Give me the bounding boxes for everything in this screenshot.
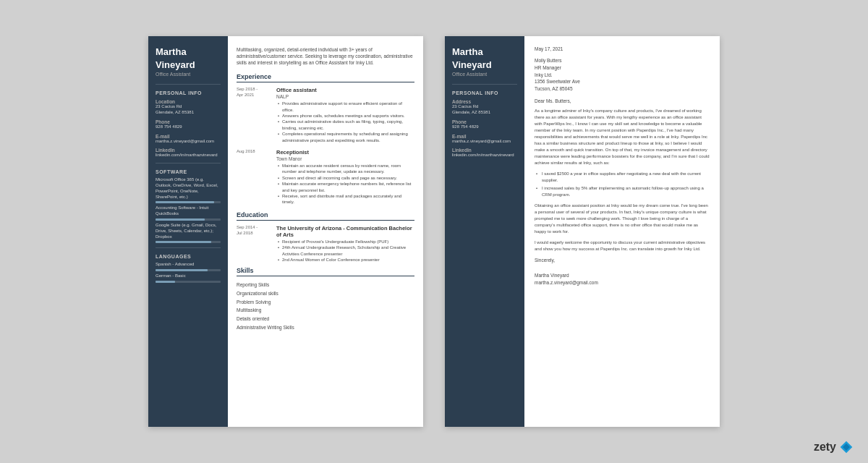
resume-location-value: 23 Cactus RdGlendale, AZ 85381 (156, 104, 221, 116)
job-company-2: Town Manor (276, 156, 414, 161)
job-bullet-1-3: Carries out administrative duties such a… (276, 119, 414, 131)
resume-phone-label: Phone (156, 119, 221, 124)
cover-name-line2: Vineyard (452, 59, 517, 71)
job-bullet-1-2: Answers phone calls, schedules meetings … (276, 113, 414, 119)
job-bullet-2-1: Maintain an accurate resident census by … (276, 163, 414, 175)
cover-date: May 17, 2021 (535, 46, 710, 51)
cover-address-value: 23 Cactus RdGlendale, AZ 85381 (452, 104, 517, 116)
cover-paragraph-2: Obtaining an office assistant position a… (535, 203, 710, 235)
skill-5: Details oriented (237, 315, 414, 323)
resume-location-label: Location (156, 99, 221, 104)
resume-email-label: E-mail (156, 134, 221, 139)
resume-software2: Accounting Software - Intuit QuickBooks (156, 205, 221, 217)
edu-date-1: Sep 2014 -Jul 2018 (237, 225, 276, 263)
job-details-2: Receptionist Town Manor Maintain an accu… (276, 149, 414, 205)
job-date-1: Sep 2018 -Apr 2021 (237, 87, 276, 143)
cover-name-line1: Martha (452, 46, 517, 58)
resume-lang2: German - Basic (156, 273, 221, 279)
job-bullet-2-2: Screen and direct all incoming calls and… (276, 175, 414, 181)
resume-skills-list: Reporting Skills Organizational skills P… (237, 281, 414, 331)
cover-address-label: Address (452, 99, 517, 104)
zety-logo: zety (814, 440, 854, 454)
cover-personal-info-title: Personal Info (452, 90, 517, 95)
cover-linkedin-label: LinkedIn (452, 148, 517, 153)
zety-label: zety (814, 441, 836, 454)
cover-phone-value: 928 754 4829 (452, 124, 517, 130)
skill-1: Reporting Skills (237, 281, 414, 289)
edu-details-1: The University of Arizona - Communicatio… (276, 225, 414, 263)
resume-education-title: Education (237, 211, 414, 221)
skill-4: Multitasking (237, 306, 414, 315)
resume-intro: Multitasking, organized, detail-oriented… (237, 46, 414, 66)
job-bullet-2-3: Maintain accurate emergency telephone nu… (276, 181, 414, 193)
skill-3: Problem Solving (237, 298, 414, 307)
resume-phone-value: 928 754 4829 (156, 124, 221, 130)
resume-linkedin-label: LinkedIn (156, 148, 221, 153)
cover-email-label: E-mail (452, 134, 517, 139)
cover-recipient: Molly Butters HR Manager Inky Ltd. 1356 … (535, 57, 710, 93)
edu-bullet-3: 2nd Annual Women of Color Conference pre… (276, 257, 414, 263)
resume-personal-info-title: Personal Info (156, 90, 221, 95)
resume-software3: Google Suite (e.g. Gmail, Docs, Drive, S… (156, 223, 221, 239)
resume-lang1: Spanish - Advanced (156, 262, 221, 268)
cover-salutation: Dear Ms. Butters, (535, 98, 710, 103)
resume-sidebar: Martha Vineyard Office Assistant Persona… (148, 36, 228, 427)
cover-bullet-2: I increased sales by 5% after implementi… (535, 185, 710, 198)
resume-name-line2: Vineyard (156, 59, 221, 71)
job-bullet-2-4: Receive, sort and distribute mail and pa… (276, 193, 414, 205)
job-entry-2: Aug 2018 Receptionist Town Manor Maintai… (237, 149, 414, 205)
job-company-1: NALP (276, 94, 414, 99)
job-bullet-1-1: Provides administrative support to ensur… (276, 101, 414, 113)
resume-email-value: martha.z.vineyard@gmail.com (156, 139, 221, 145)
cover-bullet-1: I saved $2500 a year in office supplies … (535, 171, 710, 184)
cover-job-title: Office Assistant (452, 72, 517, 77)
resume-document: Martha Vineyard Office Assistant Persona… (148, 36, 423, 427)
resume-experience-title: Experience (237, 73, 414, 82)
resume-job-title: Office Assistant (156, 72, 221, 77)
resume-languages-title: Languages (156, 254, 221, 259)
zety-icon (839, 440, 854, 454)
resume-skills-title: Skills (237, 267, 414, 276)
cover-paragraph-3: I would eagerly welcome the opportunity … (535, 239, 710, 252)
resume-software1: Microsoft Office 365 (e.g. Outlook, OneD… (156, 177, 221, 200)
skill-6: Administrative Writing Skills (237, 323, 414, 332)
cover-sidebar: Martha Vineyard Office Assistant Persona… (445, 36, 524, 427)
resume-name-line1: Martha (156, 46, 221, 58)
edu-bullet-1: Recipient of Provost's Undergraduate Fel… (276, 239, 414, 245)
skill-2: Organizational skills (237, 289, 414, 298)
edu-bullet-2: 24th Annual Undergraduate Research, Scho… (276, 245, 414, 257)
cover-letter-document: Martha Vineyard Office Assistant Persona… (445, 36, 720, 427)
resume-main: Multitasking, organized, detail-oriented… (228, 36, 423, 427)
resume-software-title: Software (156, 169, 221, 174)
job-details-1: Office assistant NALP Provides administr… (276, 87, 414, 143)
edu-entry-1: Sep 2014 -Jul 2018 The University of Ari… (237, 225, 414, 263)
cover-main: May 17, 2021 Molly Butters HR Manager In… (524, 36, 720, 427)
cover-paragraph-1: As a longtime admirer of Inky's company … (535, 108, 710, 166)
job-entry-1: Sep 2018 -Apr 2021 Office assistant NALP… (237, 87, 414, 143)
job-bullet-1-4: Completes operational requirements by sc… (276, 131, 414, 143)
cover-email-value: martha.z.vineyard@gmail.com (452, 139, 517, 145)
resume-linkedin-value: linkedin.com/in/marthazvinevard (156, 153, 221, 158)
page-container: Martha Vineyard Office Assistant Persona… (127, 14, 741, 449)
cover-phone-label: Phone (452, 119, 517, 124)
cover-closing: Sincerely, Martha Vineyard martha.z.vine… (535, 257, 710, 287)
cover-linkedin-value: linkedin.com/in/marthazvinevard (452, 153, 517, 158)
edu-school: The University of Arizona - Communicatio… (276, 225, 414, 238)
job-title-2: Receptionist (276, 149, 414, 156)
job-title-1: Office assistant (276, 87, 414, 93)
job-date-2: Aug 2018 (237, 149, 276, 205)
